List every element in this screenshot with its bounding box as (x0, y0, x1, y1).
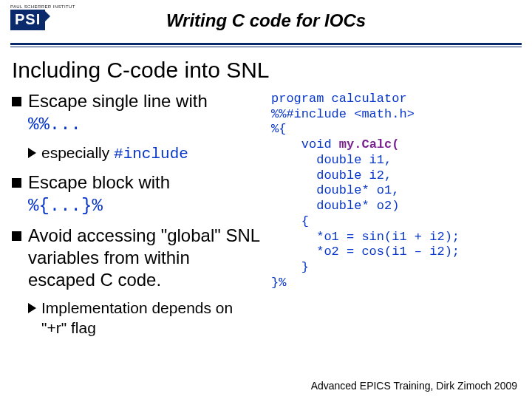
slide-header: PAUL SCHERRER INSTITUT PSI Writing C cod… (0, 0, 532, 43)
logo-institute-label: PAUL SCHERRER INSTITUT (10, 4, 77, 9)
subbullet-text: Implementation depends on "+r" flag (41, 299, 261, 338)
subbullet-code: #include (114, 146, 188, 163)
bullet-avoid-globals: Avoid accessing "global" SNL variables f… (12, 225, 261, 291)
subbullet-text: especially (41, 144, 114, 161)
logo-text: PSI (10, 10, 45, 30)
square-bullet-icon (12, 97, 21, 106)
code-block: program calculator %%#include <math.h> %… (271, 92, 520, 291)
slide: PAUL SCHERRER INSTITUT PSI Writing C cod… (0, 0, 532, 399)
slide-title: Writing C code for IOCs (0, 0, 532, 31)
subbullet-implementation-flag: Implementation depends on "+r" flag (28, 299, 261, 338)
bullet-escape-block: Escape block with %{...}% (12, 171, 261, 217)
triangle-bullet-icon (28, 148, 36, 158)
slide-footer: Advanced EPICS Training, Dirk Zimoch 200… (311, 380, 517, 392)
section-title: Including C-code into SNL (12, 58, 532, 83)
bullet-text: Avoid accessing "global" SNL variables f… (28, 225, 261, 291)
psi-logo: PAUL SCHERRER INSTITUT PSI (10, 4, 77, 37)
code-column: program calculator %%#include <math.h> %… (267, 90, 520, 345)
bullet-escape-line: Escape single line with %%... (12, 90, 261, 136)
square-bullet-icon (12, 231, 21, 241)
logo-triangle-icon (44, 10, 50, 23)
bullet-text: Escape block with (28, 172, 170, 192)
square-bullet-icon (12, 178, 21, 188)
triangle-bullet-icon (28, 303, 36, 313)
bullet-code: %{...}% (28, 196, 103, 216)
bullet-column: Escape single line with %%... especially… (12, 90, 267, 345)
slide-body: Escape single line with %%... especially… (0, 90, 532, 345)
code-function-name: my.Calc( (339, 137, 400, 151)
subbullet-especially-include: especially #include (28, 143, 261, 164)
bullet-text: Escape single line with (28, 91, 208, 111)
divider-thick (10, 43, 522, 45)
bullet-code: %%... (28, 115, 81, 134)
divider-thin (10, 47, 522, 47)
